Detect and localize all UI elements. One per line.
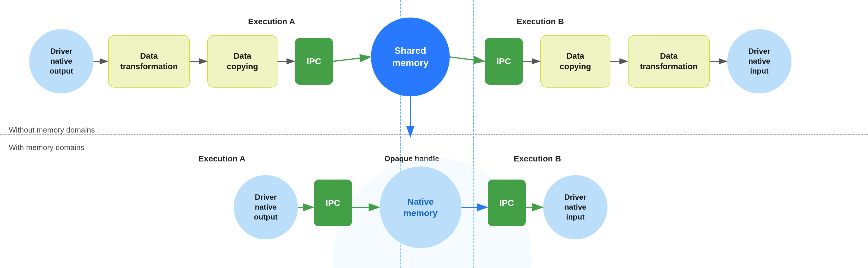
- driver-native-input-top: Drivernativeinput: [727, 29, 792, 93]
- data-transformation-1: Datatransformation: [108, 35, 190, 88]
- driver-native-output-top: Drivernativeoutput: [29, 29, 93, 93]
- data-copying-1: Datacopying: [207, 35, 277, 88]
- section-label-without: Without memory domains: [9, 126, 95, 135]
- driver-native-input-bot: Drivernativeinput: [543, 175, 608, 239]
- section-label-with: With memory domains: [9, 143, 84, 152]
- shared-memory: Sharedmemory: [371, 18, 450, 96]
- ipc-1: IPC: [295, 38, 333, 85]
- data-transformation-2: Datatransformation: [628, 35, 710, 88]
- hdivider: [0, 134, 868, 135]
- exec-b-label-bot: Execution B: [496, 154, 578, 164]
- ipc-4: IPC: [488, 179, 526, 226]
- svg-line-7: [450, 57, 484, 61]
- native-memory: Nativememory: [380, 166, 461, 248]
- exec-a-label-bot: Execution A: [181, 154, 263, 164]
- diagram-container: Without memory domains With memory domai…: [0, 0, 868, 268]
- ipc-3: IPC: [314, 179, 352, 226]
- exec-b-label-top: Execution B: [496, 17, 584, 26]
- driver-native-output-bot: Drivernativeoutput: [234, 175, 298, 239]
- exec-a-label-top: Execution A: [228, 17, 315, 26]
- svg-line-6: [333, 57, 370, 61]
- data-copying-2: Datacopying: [540, 35, 611, 88]
- ipc-2: IPC: [485, 38, 523, 85]
